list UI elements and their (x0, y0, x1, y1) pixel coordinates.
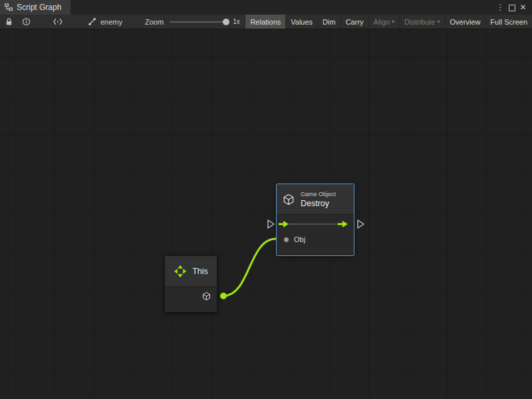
this-output-port[interactable] (220, 293, 227, 299)
wires-overlay (0, 29, 532, 399)
this-node-footer (165, 287, 217, 312)
tab-script-graph[interactable]: Script Graph (0, 0, 70, 15)
close-icon[interactable]: ✕ (517, 0, 529, 15)
graph-name: enemy (100, 18, 122, 26)
destroy-node-body: Obj (277, 215, 354, 255)
flow-ports-row (277, 215, 354, 232)
control-output-port[interactable] (358, 220, 364, 228)
graph-toolbar: enemy Zoom 1x Relations Values Dim Carry… (0, 15, 532, 29)
tab-title: Script Graph (17, 3, 61, 12)
node-title: Destroy (301, 199, 336, 208)
toolbar-button-dim[interactable]: Dim (317, 15, 340, 29)
dropdown-arrow-icon: ▾ (438, 19, 440, 25)
toolbar-buttons: Relations Values Dim Carry Align ▾ Distr… (245, 15, 532, 29)
graph-icon (88, 17, 96, 26)
this-node-label: This (192, 267, 208, 276)
toolbar-button-relations[interactable]: Relations (245, 15, 285, 29)
script-graph-icon (5, 3, 13, 11)
game-object-cube-icon (201, 291, 211, 301)
node-this[interactable]: This (164, 255, 217, 313)
destroy-node-titles: Game Object Destroy (301, 191, 336, 208)
maximize-box (509, 5, 515, 11)
toolbar-button-align[interactable]: Align ▾ (368, 15, 399, 29)
zoom-control: Zoom 1x (145, 18, 240, 26)
connection-wire[interactable] (223, 239, 276, 296)
destroy-node-header: Game Object Destroy (277, 184, 354, 215)
dropdown-arrow-icon: ▾ (392, 19, 394, 25)
obj-port-row: Obj (277, 232, 354, 247)
zoom-slider-track[interactable] (170, 21, 227, 23)
node-category: Game Object (301, 191, 336, 198)
menu-icon[interactable]: ⋮ (495, 0, 506, 15)
node-destroy[interactable]: Game Object Destroy Obj (276, 184, 354, 256)
window-controls: ⋮ ✕ (495, 0, 532, 15)
toolbar-button-distribute[interactable]: Distribute ▾ (399, 15, 444, 29)
control-input-port[interactable] (268, 220, 274, 228)
this-move-icon (174, 265, 187, 278)
graph-canvas[interactable]: This Game Object Destroy (0, 29, 532, 399)
game-object-cube-icon (282, 193, 295, 206)
maximize-icon[interactable] (506, 0, 517, 15)
this-node-header: This (165, 256, 217, 287)
toolbar-button-carry[interactable]: Carry (340, 15, 368, 29)
obj-value-port[interactable] (284, 237, 289, 242)
graph-name-chip[interactable]: enemy (88, 17, 122, 26)
info-icon[interactable] (17, 15, 35, 29)
zoom-value: 1x (233, 18, 240, 25)
zoom-slider-handle[interactable] (223, 19, 229, 25)
toolbar-button-distribute-label: Distribute (404, 18, 435, 26)
toolbar-button-values[interactable]: Values (285, 15, 317, 29)
script-graph-window: Script Graph ⋮ ✕ (0, 0, 532, 399)
lock-icon[interactable] (0, 15, 17, 29)
toolbar-button-align-label: Align (374, 18, 390, 26)
toolbar-button-overview[interactable]: Overview (445, 15, 485, 29)
titlebar: Script Graph ⋮ ✕ (0, 0, 532, 15)
toolbar-button-fullscreen[interactable]: Full Screen (485, 15, 532, 29)
obj-port-label: Obj (294, 235, 305, 243)
zoom-label: Zoom (145, 18, 164, 26)
connections-icon[interactable] (49, 15, 66, 29)
titlebar-spacer (70, 0, 495, 15)
